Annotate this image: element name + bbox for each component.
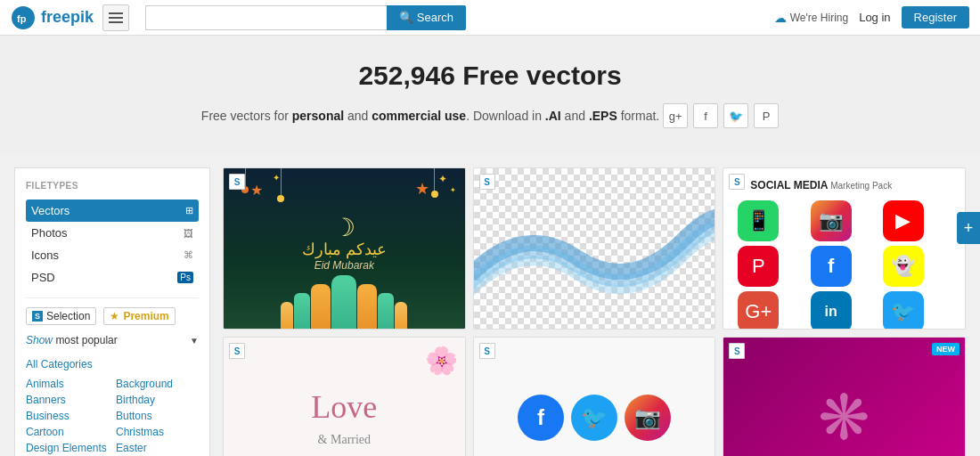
- filetype-vectors-label: Vectors: [31, 204, 69, 217]
- selection-label: Selection: [46, 310, 90, 322]
- star-icon: ★: [110, 310, 119, 322]
- card-social2-inner: S f 🐦 📷: [474, 338, 715, 456]
- s-badge-waves: S: [479, 174, 495, 190]
- category-birthday[interactable]: Birthday: [116, 393, 199, 407]
- new-badge: NEW: [932, 343, 960, 355]
- dropdown-arrow-icon: ▼: [190, 336, 199, 346]
- hiring-link[interactable]: ☁ We're Hiring: [774, 11, 848, 25]
- logo[interactable]: fp freepik: [11, 5, 94, 30]
- photos-icon: 🖼: [184, 228, 193, 239]
- filetype-icons[interactable]: Icons ⌘: [26, 244, 199, 266]
- social-icons: g+ f 🐦 P: [663, 103, 779, 128]
- google-plus-icon[interactable]: g+: [663, 103, 688, 128]
- header: fp freepik 🔍 Search ☁ We're Hiring Log i…: [0, 0, 980, 36]
- filetype-photos[interactable]: Photos 🖼: [26, 222, 199, 244]
- search-button[interactable]: 🔍 Search: [387, 5, 466, 30]
- show-most-popular[interactable]: Show most popular ▼: [26, 334, 199, 346]
- hero-section: 252,946 Free vectors Free vectors for pe…: [0, 36, 980, 153]
- s-badge-ornate: S: [729, 343, 745, 359]
- filetypes-title: FILETYPES: [26, 181, 199, 191]
- filetype-psd-label: PSD: [31, 271, 55, 284]
- show-popular-text: Show most popular: [26, 334, 118, 346]
- category-all[interactable]: All Categories: [26, 357, 199, 371]
- category-background[interactable]: Background: [116, 377, 199, 391]
- card-social-inner: S SOCIAL MEDIA Marketing Pack 📱 📷 ▶ P f …: [723, 168, 965, 329]
- facebook-icon[interactable]: f: [693, 103, 718, 128]
- s-badge-eid: S: [229, 174, 245, 190]
- hamburger-button[interactable]: [102, 4, 129, 31]
- freepik-logo-icon: fp: [11, 5, 36, 30]
- card-social-media[interactable]: S SOCIAL MEDIA Marketing Pack 📱 📷 ▶ P f …: [723, 167, 966, 330]
- register-button[interactable]: Register: [902, 6, 969, 28]
- category-easter[interactable]: Easter: [116, 441, 199, 455]
- category-christmas[interactable]: Christmas: [116, 425, 199, 439]
- content-area: S ✦ ★ ✦ ★ ✦ ✦: [223, 167, 966, 456]
- filetype-vectors[interactable]: Vectors ⊞: [26, 200, 199, 222]
- floating-plus-button[interactable]: +: [957, 212, 980, 244]
- category-business[interactable]: Business: [26, 409, 109, 423]
- image-grid: S ✦ ★ ✦ ★ ✦ ✦: [223, 167, 966, 456]
- card-love[interactable]: S 🌸 Love & Married: [223, 337, 466, 456]
- vectors-icon: ⊞: [185, 205, 193, 216]
- category-design-elements[interactable]: Design Elements: [26, 441, 109, 455]
- pinterest-icon[interactable]: P: [754, 103, 779, 128]
- login-button[interactable]: Log in: [859, 11, 890, 24]
- card-ornate-inner: S NEW ❋: [723, 338, 965, 456]
- card-social2[interactable]: S f 🐦 📷: [473, 337, 716, 456]
- card-eid[interactable]: S ✦ ★ ✦ ★ ✦ ✦: [223, 167, 466, 330]
- card-eid-inner: S ✦ ★ ✦ ★ ✦ ✦: [224, 168, 465, 329]
- filetype-psd[interactable]: PSD Ps: [26, 266, 199, 289]
- card-waves[interactable]: S: [473, 167, 716, 330]
- main-content: FILETYPES Vectors ⊞ Photos 🖼 Icons ⌘ PSD…: [0, 153, 980, 456]
- s-badge-love: S: [229, 343, 245, 359]
- cloud-icon: ☁: [774, 11, 787, 25]
- search-icon: 🔍: [399, 11, 413, 24]
- show-word: Show: [26, 334, 53, 346]
- psd-icon: Ps: [177, 272, 193, 283]
- twitter-icon[interactable]: 🐦: [723, 103, 748, 128]
- s-badge-selection: S: [32, 311, 43, 322]
- hero-subtitle: Free vectors for personal and commercial…: [18, 100, 962, 128]
- sidebar: FILETYPES Vectors ⊞ Photos 🖼 Icons ⌘ PSD…: [14, 167, 210, 456]
- category-banners[interactable]: Banners: [26, 393, 109, 407]
- card-ornate[interactable]: S NEW ❋: [723, 337, 966, 456]
- s-badge-social2: S: [479, 343, 495, 359]
- hero-title: 252,946 Free vectors: [18, 61, 962, 91]
- search-container: 🔍 Search: [145, 5, 466, 30]
- card-love-inner: S 🌸 Love & Married: [224, 338, 465, 456]
- icons-icon: ⌘: [184, 249, 193, 261]
- categories-grid: All Categories Animals Background Banner…: [26, 357, 199, 456]
- filetype-photos-label: Photos: [31, 226, 67, 240]
- selection-checkbox[interactable]: S Selection: [26, 307, 96, 325]
- filetype-icons-label: Icons: [31, 248, 59, 262]
- show-popular-rest: most popular: [55, 334, 117, 346]
- search-input[interactable]: [145, 5, 387, 30]
- category-cartoon[interactable]: Cartoon: [26, 425, 109, 439]
- premium-label: Premium: [123, 310, 168, 322]
- logo-text: freepik: [41, 8, 94, 27]
- selection-row: S Selection ★ Premium: [26, 307, 199, 325]
- s-badge-social: S: [729, 174, 745, 190]
- header-right: ☁ We're Hiring Log in Register: [774, 6, 969, 28]
- premium-checkbox[interactable]: ★ Premium: [103, 307, 175, 325]
- category-buttons[interactable]: Buttons: [116, 409, 199, 423]
- card-waves-inner: S: [474, 168, 715, 329]
- svg-text:fp: fp: [17, 13, 27, 24]
- category-animals[interactable]: Animals: [26, 377, 109, 391]
